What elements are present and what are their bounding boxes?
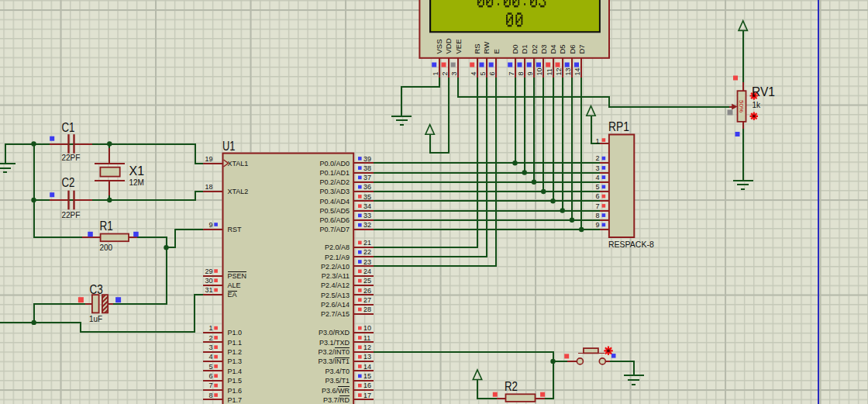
svg-text:9: 9 (526, 71, 534, 75)
svg-text:3: 3 (450, 71, 458, 75)
svg-text:17: 17 (363, 392, 371, 399)
svg-text:14: 14 (574, 67, 581, 75)
svg-text:8: 8 (595, 212, 599, 219)
svg-text:P2.7/A15: P2.7/A15 (321, 310, 350, 318)
svg-text:38: 38 (363, 164, 371, 172)
svg-text:25: 25 (363, 277, 371, 285)
svg-text:P1.1: P1.1 (228, 339, 243, 347)
svg-text:P0.2/AD2: P0.2/AD2 (319, 178, 350, 186)
svg-text:4: 4 (470, 71, 477, 75)
svg-text:23: 23 (363, 258, 371, 266)
svg-text:7: 7 (508, 71, 515, 75)
svg-text:D4: D4 (549, 44, 557, 54)
svg-text:P3.2/INT0: P3.2/INT0 (318, 348, 350, 356)
svg-text:7: 7 (208, 382, 212, 389)
svg-text:RP1: RP1 (608, 120, 629, 133)
svg-text:12: 12 (363, 344, 371, 351)
svg-text:28: 28 (363, 306, 371, 313)
svg-text:10: 10 (536, 67, 543, 75)
svg-text:16: 16 (363, 382, 371, 389)
svg-text:200: 200 (100, 243, 113, 252)
svg-text:R2: R2 (505, 380, 518, 393)
svg-text:C1: C1 (62, 121, 75, 134)
svg-text:1: 1 (432, 71, 439, 75)
svg-text:22PF: 22PF (62, 154, 81, 162)
svg-text:P0.4/AD4: P0.4/AD4 (319, 198, 350, 205)
svg-text:2: 2 (441, 71, 449, 75)
svg-text:P2.2/A10: P2.2/A10 (321, 263, 350, 271)
svg-text:27: 27 (363, 296, 371, 304)
svg-text:22: 22 (363, 248, 371, 256)
svg-text:RS: RS (473, 43, 481, 54)
svg-text:37: 37 (363, 174, 371, 181)
svg-text:C3: C3 (90, 283, 103, 296)
svg-text:P3.6/WR: P3.6/WR (322, 387, 350, 395)
svg-text:22PF: 22PF (62, 211, 81, 219)
svg-text:EA: EA (228, 291, 237, 299)
svg-text:29: 29 (205, 268, 212, 275)
svg-text:9: 9 (208, 221, 212, 229)
svg-text:35: 35 (363, 193, 371, 201)
svg-text:D1: D1 (520, 44, 529, 54)
svg-text:VSS: VSS (435, 39, 443, 54)
svg-text:6: 6 (488, 71, 496, 75)
svg-text:P1.7: P1.7 (228, 396, 243, 404)
svg-text:U1: U1 (222, 140, 236, 153)
svg-text:3: 3 (208, 344, 212, 351)
svg-text:9: 9 (595, 221, 599, 229)
svg-text:RW: RW (482, 42, 491, 54)
svg-text:1: 1 (208, 324, 212, 332)
svg-text:P2.6/A14: P2.6/A14 (321, 301, 350, 309)
svg-text:24: 24 (363, 268, 371, 275)
svg-text:D5: D5 (558, 44, 567, 54)
svg-text:4: 4 (208, 353, 212, 361)
svg-text:12M: 12M (129, 178, 144, 187)
svg-text:6: 6 (595, 192, 599, 200)
svg-text:XTAL1: XTAL1 (228, 160, 249, 167)
svg-text:P1.3: P1.3 (228, 357, 243, 365)
svg-text:D0: D0 (511, 44, 519, 54)
svg-text:P0.1/AD1: P0.1/AD1 (319, 169, 350, 177)
svg-text:8: 8 (517, 71, 525, 75)
svg-text:13: 13 (363, 353, 371, 361)
svg-text:VEE: VEE (454, 39, 463, 54)
svg-text:P0.5/AD5: P0.5/AD5 (319, 207, 350, 215)
svg-text:P3.4/T0: P3.4/T0 (325, 368, 350, 375)
svg-text:11: 11 (546, 68, 553, 75)
svg-text:5: 5 (595, 183, 599, 191)
svg-text:33: 33 (363, 212, 371, 219)
svg-text:P0.6/AD6: P0.6/AD6 (319, 216, 350, 224)
svg-text:13: 13 (564, 67, 572, 75)
svg-text:P2.1/A9: P2.1/A9 (325, 254, 350, 261)
svg-text:1uF: 1uF (89, 315, 102, 323)
svg-text:XTAL2: XTAL2 (228, 188, 249, 195)
svg-text:D7: D7 (577, 44, 586, 54)
svg-text:1k: 1k (753, 101, 762, 109)
svg-text:3: 3 (595, 164, 599, 172)
svg-text:R1: R1 (100, 219, 113, 233)
svg-text:19: 19 (205, 155, 212, 163)
svg-text:P0.7/AD7: P0.7/AD7 (319, 226, 350, 233)
svg-text:6: 6 (208, 372, 212, 380)
svg-text:39: 39 (363, 155, 371, 163)
svg-text:C2: C2 (62, 176, 75, 189)
svg-text:P0.3/AD3: P0.3/AD3 (319, 188, 350, 195)
svg-text:32: 32 (363, 221, 371, 229)
svg-text:34: 34 (363, 202, 371, 210)
svg-text:8: 8 (208, 392, 212, 399)
svg-text:P2.3/A11: P2.3/A11 (322, 272, 350, 280)
svg-text:ALE: ALE (228, 281, 241, 289)
svg-text:P2.5/A13: P2.5/A13 (321, 292, 350, 299)
svg-text:2: 2 (595, 154, 599, 162)
svg-text:5: 5 (479, 71, 487, 75)
svg-text:D6: D6 (568, 44, 577, 54)
svg-text:31: 31 (205, 286, 212, 294)
svg-text:50%: 50% (738, 100, 745, 112)
svg-text:15: 15 (363, 372, 371, 380)
svg-text:12: 12 (555, 67, 563, 75)
svg-text:2: 2 (208, 334, 212, 342)
svg-text:26: 26 (363, 287, 371, 295)
svg-text:P3.3/INT1: P3.3/INT1 (318, 357, 350, 365)
svg-text:P1.6: P1.6 (228, 387, 243, 395)
svg-text:D2: D2 (530, 44, 539, 54)
